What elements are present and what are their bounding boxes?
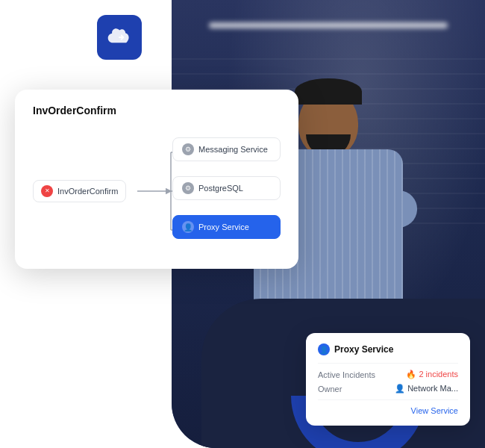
view-service-link[interactable]: View Service — [318, 406, 458, 415]
owner-value: 👤 Network Ma... — [395, 384, 458, 393]
workflow-card: InvOrderConfirm — [15, 90, 298, 269]
source-node: InvOrderConfirm — [33, 180, 126, 202]
proxy-label: Proxy Service — [198, 223, 249, 231]
popup-divider — [318, 363, 458, 364]
postgresql-icon: ⚙ — [182, 182, 194, 194]
target-node-messaging[interactable]: ⚙ Messaging Service — [172, 137, 281, 161]
postgresql-label: PostgreSQL — [198, 184, 243, 193]
popup-divider-2 — [318, 399, 458, 400]
source-node-label: InvOrderConfirm — [57, 187, 118, 196]
popup-row-owner: Owner 👤 Network Ma... — [318, 384, 458, 393]
popup-header: 👤 Proxy Service — [318, 343, 458, 355]
messaging-icon: ⚙ — [182, 143, 194, 155]
target-node-postgresql[interactable]: ⚙ PostgreSQL — [172, 176, 281, 200]
cloud-icon-box — [97, 15, 142, 60]
incidents-label: Active Incidents — [318, 370, 375, 379]
light-strip — [209, 22, 448, 28]
popup-title: Proxy Service — [334, 344, 393, 355]
popup-row-incidents: Active Incidents 🔥 2 incidents — [318, 370, 458, 379]
owner-icon: 👤 — [395, 384, 405, 393]
messaging-label: Messaging Service — [198, 145, 268, 154]
source-error-icon — [41, 185, 53, 197]
proxy-icon: 👤 — [182, 221, 194, 233]
target-node-proxy[interactable]: 👤 Proxy Service — [172, 215, 281, 239]
owner-label: Owner — [318, 385, 342, 393]
popup-card: 👤 Proxy Service Active Incidents 🔥 2 inc… — [306, 333, 470, 426]
workflow-diagram: InvOrderConfirm ⚙ Messaging Service ⚙ Po… — [33, 131, 281, 251]
card-title: InvOrderConfirm — [33, 105, 281, 116]
incidents-value: 🔥 2 incidents — [406, 370, 458, 379]
flame-icon: 🔥 — [406, 370, 416, 379]
popup-service-icon: 👤 — [318, 343, 330, 355]
cloud-arrow-icon — [106, 27, 133, 48]
